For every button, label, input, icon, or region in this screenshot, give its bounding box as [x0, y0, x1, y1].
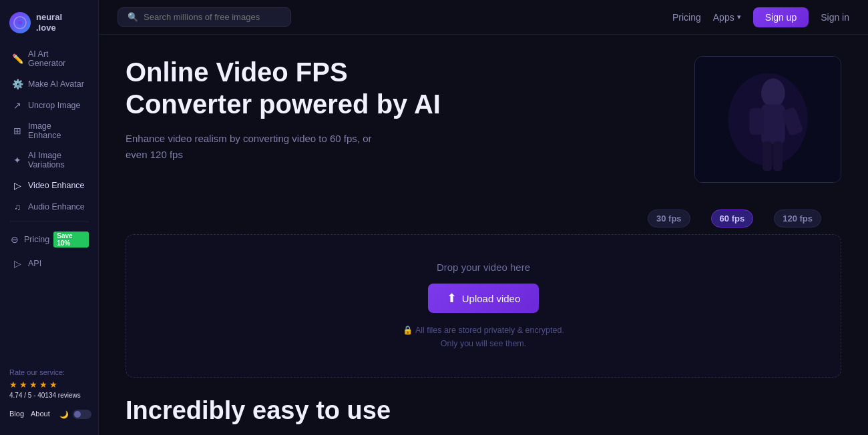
- sidebar-divider: [9, 222, 89, 222]
- svg-point-3: [761, 79, 785, 108]
- save-badge: Save 10%: [53, 232, 89, 248]
- moon-icon: 🌙: [59, 410, 69, 419]
- rating-label: Rate our service:: [9, 368, 89, 376]
- easy-section: Incredibly easy to use Do you need to ex…: [126, 396, 841, 435]
- lock-icon: 🔒: [403, 326, 413, 335]
- fps-badge-30[interactable]: 30 fps: [648, 209, 690, 228]
- footer-links: Blog About 🌙: [0, 406, 98, 423]
- star-4: ★: [39, 380, 47, 390]
- sidebar-item-api[interactable]: ▷ API: [3, 253, 95, 274]
- enhance-icon: ⊞: [12, 125, 23, 136]
- apps-button[interactable]: Apps ▾: [713, 12, 741, 23]
- rating-section: Rate our service: ★ ★ ★ ★ ★ 4.74 / 5 - 4…: [0, 362, 98, 406]
- upload-button[interactable]: ⬆ Upload video: [428, 284, 539, 313]
- avatar-icon: ⚙️: [12, 79, 23, 89]
- pricing-icon: ⊖: [9, 234, 20, 245]
- sidebar-item-ai-art-generator[interactable]: ✏️ AI Art Generator: [3, 44, 95, 73]
- logo[interactable]: neural .love: [0, 5, 98, 44]
- video-preview: [694, 56, 841, 183]
- expand-icon: ↗: [12, 100, 23, 111]
- pen-icon: ✏️: [12, 53, 23, 64]
- variations-icon: ✦: [12, 155, 23, 165]
- easy-title: Incredibly easy to use: [126, 396, 841, 425]
- video-icon: ▷: [12, 180, 23, 191]
- sidebar: neural .love ✏️ AI Art Generator ⚙️ Make…: [0, 0, 99, 435]
- chevron-down-icon: ▾: [737, 13, 741, 21]
- fps-options: 30 fps 60 fps 120 fps: [648, 209, 821, 228]
- blog-link[interactable]: Blog: [9, 410, 24, 419]
- fps-60-label: 60 fps: [720, 213, 745, 224]
- topbar: 🔍 Pricing Apps ▾ Sign up Sign in: [99, 0, 868, 35]
- upload-zone[interactable]: Drop your video here ⬆ Upload video 🔒 Al…: [126, 234, 841, 378]
- signup-button[interactable]: Sign up: [753, 7, 809, 27]
- fps-badge-60[interactable]: 60 fps: [711, 209, 754, 228]
- fps-badge-120[interactable]: 120 fps: [774, 209, 821, 228]
- topbar-right: Pricing Apps ▾ Sign up Sign in: [672, 7, 849, 27]
- svg-rect-8: [773, 141, 783, 171]
- star-3: ★: [29, 380, 37, 390]
- about-link[interactable]: About: [31, 410, 50, 419]
- pricing-link[interactable]: Pricing: [672, 12, 701, 23]
- hero-section: Online Video FPS Converter powered by AI…: [126, 56, 841, 215]
- sidebar-item-audio-enhance[interactable]: ♫ Audio Enhance: [3, 196, 95, 218]
- toggle-thumb: [74, 411, 81, 418]
- svg-rect-4: [761, 104, 785, 143]
- upload-icon: ⬆: [447, 291, 457, 306]
- logo-icon: [9, 12, 31, 33]
- search-input[interactable]: [144, 12, 281, 22]
- rating-count: 4.74 / 5 - 40134 reviews: [9, 392, 89, 399]
- security-text: 🔒 All files are stored privately & encry…: [403, 324, 564, 350]
- svg-rect-5: [749, 108, 764, 135]
- fps-30-label: 30 fps: [656, 213, 682, 224]
- hero-left: Online Video FPS Converter powered by AI…: [126, 56, 459, 163]
- hero-subtitle: Enhance video realism by converting vide…: [126, 131, 379, 163]
- theme-toggle[interactable]: 🌙: [57, 410, 94, 419]
- main-content: 🔍 Pricing Apps ▾ Sign up Sign in Online …: [99, 0, 868, 435]
- apps-label: Apps: [713, 12, 734, 23]
- logo-text: neural .love: [36, 12, 62, 33]
- video-fighter-bg: [695, 57, 841, 182]
- sidebar-item-make-ai-avatar[interactable]: ⚙️ Make AI Avatar: [3, 73, 95, 95]
- sidebar-item-ai-image-variations[interactable]: ✦ AI Image Variations: [3, 145, 95, 175]
- audio-icon: ♫: [12, 201, 23, 212]
- svg-rect-7: [763, 141, 772, 171]
- sidebar-bottom: Rate our service: ★ ★ ★ ★ ★ 4.74 / 5 - 4…: [0, 355, 98, 430]
- search-icon: 🔍: [128, 12, 138, 22]
- drop-label: Drop your video here: [437, 262, 530, 273]
- fps-120-label: 120 fps: [783, 213, 813, 224]
- star-rating: ★ ★ ★ ★ ★: [9, 380, 89, 390]
- signin-link[interactable]: Sign in: [821, 12, 849, 23]
- api-icon: ▷: [12, 258, 23, 269]
- sidebar-item-image-enhance[interactable]: ⊞ Image Enhance: [3, 116, 95, 145]
- sidebar-item-pricing[interactable]: ⊖ Pricing Save 10%: [0, 226, 98, 253]
- upload-button-label: Upload video: [462, 293, 521, 304]
- star-1: ★: [9, 380, 17, 390]
- sidebar-item-video-enhance[interactable]: ▷ Video Enhance: [3, 175, 95, 196]
- star-5: ★: [49, 380, 57, 390]
- toggle-track[interactable]: [73, 410, 91, 419]
- page-content: Online Video FPS Converter powered by AI…: [99, 35, 868, 435]
- sidebar-item-uncrop-image[interactable]: ↗ Uncrop Image: [3, 95, 95, 116]
- hero-right: 30 fps 60 fps 120 fps: [668, 56, 841, 215]
- fighter-svg: [695, 57, 841, 182]
- star-2: ★: [19, 380, 27, 390]
- search-box[interactable]: 🔍: [118, 7, 291, 27]
- hero-title: Online Video FPS Converter powered by AI: [126, 56, 459, 120]
